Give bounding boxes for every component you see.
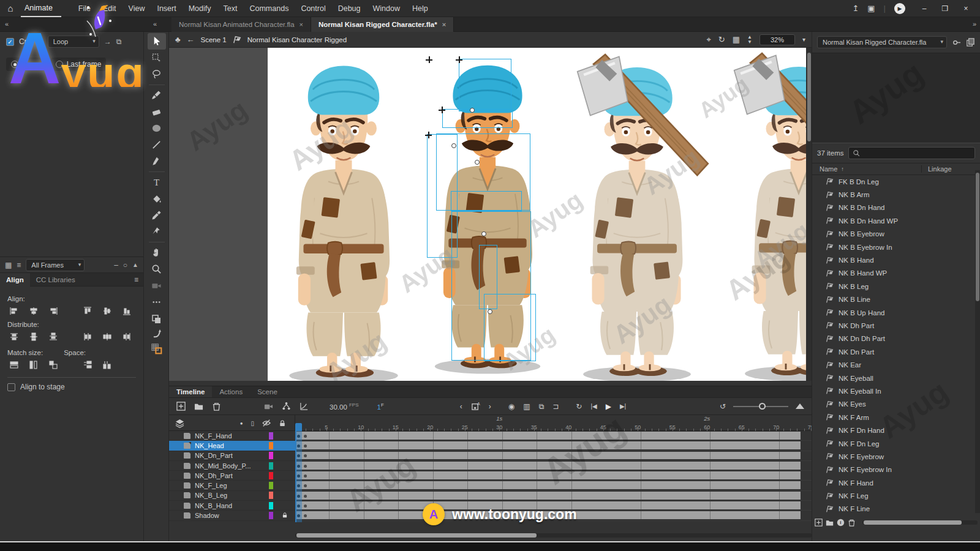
layer-outline-color[interactable] (269, 492, 273, 499)
library-item-nk-f-hand[interactable]: NK F Hand (812, 476, 980, 489)
layer-row-nk-dh-part[interactable]: NK_Dh_Part (169, 471, 295, 481)
outline-view-column-icon[interactable]: ▯ (251, 420, 254, 427)
snap-icon[interactable] (151, 329, 162, 340)
library-item-nk-b-eyebrow[interactable]: NK B Eyebrow (812, 228, 980, 241)
library-item-nk-f-eyebrow-in[interactable]: NK F Eyebrow In (812, 463, 980, 476)
clip-icon[interactable]: ♣ (175, 35, 181, 44)
share-icon[interactable]: ↥ (852, 4, 859, 13)
align-middle-icon[interactable] (100, 305, 114, 317)
object-drawing-icon[interactable] (151, 314, 162, 325)
transform-point[interactable] (470, 108, 475, 113)
timeline-horizontal-scrollbar[interactable] (295, 533, 812, 538)
library-item-nk-face-part[interactable]: NK Face Part (812, 515, 980, 517)
delete-layer-icon[interactable] (212, 402, 221, 411)
menu-text[interactable]: Text (217, 4, 244, 13)
selection-box[interactable] (484, 294, 536, 361)
previous-keyframe-icon[interactable]: ‹ (460, 402, 462, 411)
layer-row-nk-f-hand[interactable]: NK_F_Hand (169, 431, 295, 441)
menu-view[interactable]: View (123, 4, 151, 13)
library-horizontal-scrollbar[interactable] (862, 520, 978, 525)
transform-point[interactable] (475, 160, 480, 165)
zoom-dropdown-icon[interactable]: ▾ (802, 36, 805, 43)
distribute-left-icon[interactable] (81, 331, 94, 343)
document-tab[interactable]: Normal Kisan Rigged Character.fla*× (311, 17, 454, 32)
lock-icon[interactable] (282, 512, 288, 520)
close-button[interactable]: × (956, 1, 976, 17)
edit-multiple-frames-icon[interactable]: ⧉ (539, 402, 545, 411)
library-item-nk-eyeball-in[interactable]: NK Eyeball In (812, 384, 980, 397)
keyframe-dot[interactable] (304, 444, 307, 448)
grid-view-icon[interactable]: ▦ (5, 261, 12, 269)
library-item-nk-eyeball[interactable]: NK Eyeball (812, 372, 980, 384)
menu-file[interactable]: File (72, 4, 97, 13)
zoom-tool[interactable] (148, 261, 166, 277)
layer-outline-color[interactable] (269, 462, 273, 470)
library-item-fk-b-dn-leg[interactable]: FK B Dn Leg (812, 175, 980, 188)
layer-row-nk-mid-body-p-[interactable]: NK_Mid_Body_P... (169, 461, 295, 471)
transform-point[interactable] (488, 309, 492, 314)
library-item-nk-f-dn-hand[interactable]: NK F Dn Hand (812, 424, 980, 437)
scroll-thumb[interactable] (976, 173, 979, 301)
scene-breadcrumb[interactable]: Scene 1 (201, 36, 227, 43)
keyframe-dot[interactable] (304, 435, 307, 438)
frames-area[interactable] (295, 431, 812, 521)
new-layer-icon[interactable] (176, 402, 186, 411)
character-farmer-1[interactable] (279, 56, 409, 381)
library-item-nk-b-arm[interactable]: NK B Arm (812, 188, 980, 201)
zoom-stepper-icon[interactable]: ▲▼ (747, 35, 752, 45)
last-frame-option[interactable]: Last frame (51, 58, 107, 71)
duplicate-icon[interactable]: ⧉ (116, 37, 122, 46)
menu-modify[interactable]: Modify (183, 4, 217, 13)
space-horizontal-icon[interactable] (100, 359, 114, 371)
list-view-icon[interactable]: ≡ (17, 261, 21, 269)
reset-timeline-zoom-icon[interactable]: ↺ (720, 402, 726, 411)
align-top-icon[interactable] (81, 305, 94, 317)
transform-point[interactable] (481, 231, 486, 236)
step-forward-icon[interactable]: ▶| (620, 403, 626, 410)
library-item-nk-dh-part[interactable]: NK Dh Part (812, 319, 980, 332)
distribute-top-icon[interactable] (7, 331, 21, 343)
onion-skin-icon[interactable]: ◉ (508, 402, 514, 411)
menu-help[interactable]: Help (406, 4, 434, 13)
brush-tool[interactable] (148, 87, 166, 103)
distribute-right-icon[interactable] (120, 331, 134, 343)
last-frame-radio[interactable] (56, 61, 63, 68)
keyframe-dot[interactable] (304, 465, 307, 468)
menu-window[interactable]: Window (367, 4, 406, 13)
outline-color-column-icon[interactable]: ● (240, 421, 243, 426)
first-frame-option[interactable]: frame (6, 58, 46, 71)
hide-column-icon[interactable] (262, 419, 271, 427)
selection-tool[interactable] (148, 33, 166, 50)
zoom-level-input[interactable]: 32% (760, 34, 795, 45)
library-item-nk-f-leg[interactable]: NK F Leg (812, 489, 980, 502)
layer-row-nk-f-leg[interactable]: NK_F_Leg (169, 481, 295, 490)
frame-row[interactable] (295, 481, 812, 490)
timeline-tab-timeline[interactable]: Timeline (169, 386, 212, 397)
keyframe-dot[interactable] (304, 474, 307, 478)
library-item-nk-b-dn-hand-wp[interactable]: NK B Dn Hand WP (812, 214, 980, 227)
library-item-nk-ear[interactable]: NK Ear (812, 358, 980, 371)
menu-insert[interactable]: Insert (151, 4, 182, 13)
more-tools[interactable] (148, 294, 166, 310)
insert-keyframe-icon[interactable]: A (471, 402, 480, 411)
library-item-nk-f-dn-leg[interactable]: NK F Dn Leg (812, 437, 980, 450)
menu-edit[interactable]: Edit (97, 4, 123, 13)
onion-outlines-icon[interactable]: ▥ (523, 402, 530, 411)
test-movie-icon[interactable]: ▶ (894, 3, 905, 14)
asset-warp-tool[interactable] (148, 223, 166, 240)
match-width-icon[interactable] (7, 359, 21, 371)
next-keyframe-icon[interactable]: › (489, 402, 491, 411)
layer-row-nk-head[interactable]: NK_Head (169, 441, 295, 451)
stage-vertical-scrollbar[interactable] (806, 48, 812, 381)
scroll-thumb[interactable] (807, 53, 811, 141)
lock-column-icon[interactable] (279, 419, 286, 427)
timeline-zoom-slider[interactable] (733, 406, 788, 407)
keyframe-dot[interactable] (304, 514, 307, 517)
layer-outline-color[interactable] (269, 472, 273, 479)
subselection-tool[interactable] (148, 50, 166, 66)
center-stage-icon[interactable]: ⌖ (707, 35, 711, 45)
selection-box[interactable] (442, 109, 513, 128)
linkage-column-header[interactable]: Linkage (921, 165, 952, 173)
library-item-nk-f-line[interactable]: NK F Line (812, 503, 980, 515)
frame-row[interactable] (295, 491, 812, 501)
